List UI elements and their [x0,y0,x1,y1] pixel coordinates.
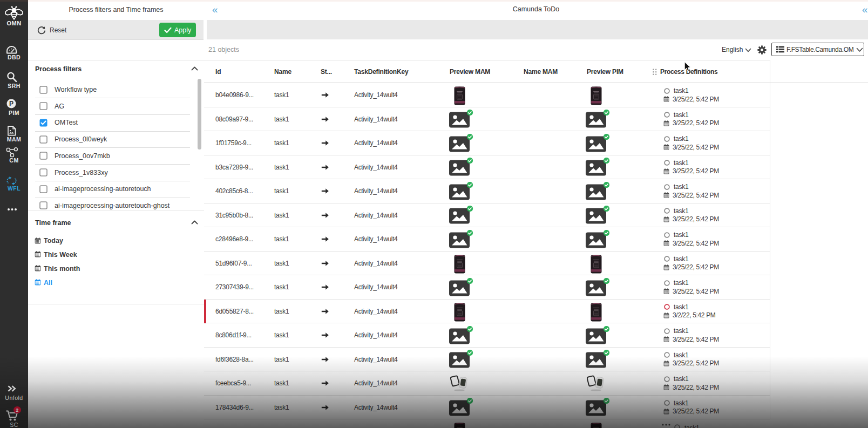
svg-text:P: P [9,100,13,107]
